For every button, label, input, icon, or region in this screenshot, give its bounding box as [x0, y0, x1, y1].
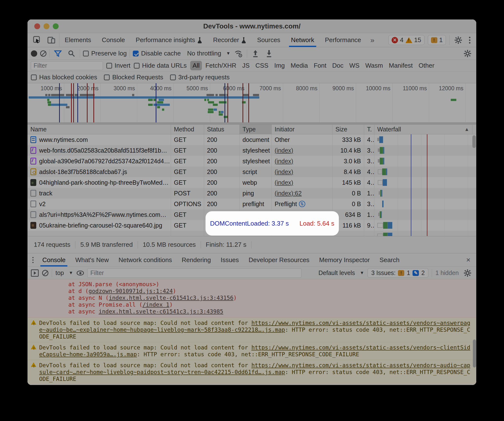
- column-header-size[interactable]: Size: [333, 125, 364, 134]
- network-conditions-icon[interactable]: [233, 48, 244, 59]
- tab-elements[interactable]: Elements: [59, 33, 96, 47]
- table-row[interactable]: 04highland-park-shooting-hp-threeByTwoMe…: [27, 177, 476, 188]
- type-filter-media[interactable]: Media: [288, 61, 310, 70]
- tab-console[interactable]: Console: [96, 33, 130, 47]
- device-toolbar-icon[interactable]: [46, 35, 57, 46]
- table-row[interactable]: web-fonts.d05a02583ca20b8afd5115f3ef8f1b…: [27, 145, 476, 156]
- type-filter-ws[interactable]: WS: [347, 61, 362, 70]
- drawer-tab-network-conditions[interactable]: Network conditions: [114, 253, 177, 266]
- record-network-log-button[interactable]: [31, 50, 37, 57]
- issues-counter[interactable]: 3 Issues: ! 1 ✎ 2: [368, 268, 428, 278]
- more-options-kebab-icon[interactable]: [467, 37, 472, 44]
- drawer-tab-rendering[interactable]: Rendering: [177, 253, 216, 266]
- type-filter-manifest[interactable]: Manifest: [387, 61, 415, 70]
- drawer-tab-developer-resources[interactable]: Developer Resources: [244, 253, 314, 266]
- disable-cache-toggle[interactable]: Disable cache: [133, 50, 181, 57]
- type-filter-css[interactable]: CSS: [253, 61, 271, 70]
- disable-cache-checkbox[interactable]: [133, 51, 139, 56]
- type-filter-js[interactable]: JS: [240, 61, 252, 70]
- type-filter-font[interactable]: Font: [311, 61, 329, 70]
- drawer-tab-memory-inspector[interactable]: Memory Inspector: [314, 253, 375, 266]
- initiator-link[interactable]: (index): [275, 168, 293, 175]
- column-header-method[interactable]: Method: [171, 125, 204, 134]
- column-header-type[interactable]: Type: [240, 125, 272, 134]
- source-location-link[interactable]: index.html.svelte-c61541c3.js:3:43985: [99, 308, 223, 315]
- close-drawer-icon[interactable]: ×: [460, 253, 476, 266]
- drawer-tab-what-s-new[interactable]: What's New: [70, 253, 114, 266]
- initiator-link[interactable]: (index): [275, 179, 293, 186]
- initiator-link[interactable]: (index):62: [275, 190, 302, 197]
- import-har-icon[interactable]: [250, 48, 261, 59]
- table-row[interactable]: global-a390e9d7a067927dd253742a2f0124d4……: [27, 156, 476, 166]
- table-scrollbar-thumb[interactable]: [472, 135, 476, 148]
- tab-sources[interactable]: Sources: [252, 33, 286, 47]
- hide-data-urls-toggle[interactable]: Hide data URLs: [134, 62, 187, 69]
- preserve-log-checkbox[interactable]: [83, 51, 89, 56]
- tab-network[interactable]: Network: [286, 33, 319, 47]
- type-filter-wasm[interactable]: Wasm: [363, 61, 386, 70]
- console-filter-input[interactable]: [87, 268, 301, 278]
- create-live-expression-icon[interactable]: [77, 271, 84, 275]
- source-location-link[interactable]: godzown-9010971d.js:1:424: [89, 288, 173, 294]
- summary-stat: Finish: 11.27 s: [201, 241, 251, 248]
- close-window-button[interactable]: [34, 23, 40, 29]
- more-tabs-button[interactable]: »: [367, 33, 378, 47]
- network-filter-input[interactable]: [31, 61, 103, 70]
- console-settings-gear-icon[interactable]: [462, 268, 473, 278]
- source-location-link[interactable]: /index 1: [143, 302, 170, 308]
- tab-recorder[interactable]: Recorder: [208, 33, 252, 47]
- clear-network-log-icon[interactable]: [40, 50, 46, 57]
- filter-has-blocked-cookies[interactable]: Has blocked cookies: [31, 73, 97, 81]
- table-row[interactable]: www.nytimes.comGET200documentOther333 kB…: [27, 134, 476, 145]
- tab-performance-insights[interactable]: Performance insights: [130, 33, 208, 47]
- network-settings-gear-icon[interactable]: [462, 48, 473, 59]
- type-filter-doc[interactable]: Doc: [330, 61, 346, 70]
- search-icon[interactable]: [66, 48, 77, 59]
- invert-checkbox[interactable]: [106, 63, 112, 69]
- type-filter-img[interactable]: Img: [272, 61, 287, 70]
- type-filter-other[interactable]: Other: [416, 61, 437, 70]
- zoom-window-button[interactable]: [53, 23, 59, 29]
- type-filter-fetch-xhr[interactable]: Fetch/XHR: [203, 61, 239, 70]
- throttling-dropdown[interactable]: No throttling ▼: [187, 50, 230, 57]
- console-errors-warnings-badge[interactable]: ✕ 4 15: [388, 35, 424, 45]
- initiator-link[interactable]: (index): [275, 147, 293, 154]
- source-location-link[interactable]: index.html.svelte-c61541c3.js:3:43156: [109, 295, 233, 301]
- tab-performance[interactable]: Performance: [320, 33, 367, 47]
- type-filter-all[interactable]: All: [190, 61, 202, 70]
- column-header-status[interactable]: Status: [204, 125, 240, 134]
- column-header-name[interactable]: Name: [27, 125, 171, 134]
- preflight-request-icon[interactable]: ⇅: [299, 201, 305, 207]
- filter-funnel-icon[interactable]: [53, 48, 63, 59]
- table-row[interactable]: trackPOST200ping(index):620 B1…: [27, 188, 476, 199]
- timeline-gridline: [465, 83, 466, 122]
- network-overview-timeline[interactable]: 1000 ms2000 ms3000 ms4000 ms5000 ms6000 …: [27, 83, 476, 125]
- preserve-log-toggle[interactable]: Preserve log: [83, 50, 127, 57]
- drawer-tab-search[interactable]: Search: [375, 253, 404, 266]
- drawer-tab-issues[interactable]: Issues: [216, 253, 244, 266]
- settings-gear-icon[interactable]: [453, 35, 464, 46]
- minimize-window-button[interactable]: [44, 23, 49, 29]
- filter-blocked-requests[interactable]: Blocked Requests: [104, 73, 163, 81]
- log-levels-dropdown[interactable]: Default levels ▼: [318, 269, 364, 276]
- timeline-tick-label: 2000 ms: [77, 85, 100, 92]
- export-har-icon[interactable]: [264, 48, 274, 59]
- column-header-waterfall[interactable]: Waterfall▲: [374, 125, 472, 134]
- hide-data-urls-checkbox[interactable]: [134, 63, 140, 69]
- column-header-initiator[interactable]: Initiator: [272, 125, 333, 134]
- column-header-t[interactable]: T.: [364, 125, 374, 134]
- javascript-context-dropdown[interactable]: top ▼: [55, 269, 73, 276]
- invert-toggle[interactable]: Invert: [106, 62, 130, 69]
- drawer-tab-console[interactable]: Console: [37, 253, 70, 266]
- issues-badge[interactable]: ! 1: [428, 35, 446, 45]
- console-prompt[interactable]: >: [27, 384, 476, 385]
- console-sidebar-icon[interactable]: [31, 269, 39, 277]
- inspect-element-icon[interactable]: [32, 35, 43, 46]
- initiator-link[interactable]: (index): [275, 158, 293, 165]
- console-scrollbar-thumb[interactable]: [473, 339, 476, 367]
- table-row[interactable]: adslot-18e3f7b58188cafcba67.jsGET200scri…: [27, 166, 476, 177]
- table-row[interactable]: v2OPTIONS200preflightPreflight⇅0 B3…: [27, 199, 476, 209]
- filter-3rd-party-requests[interactable]: 3rd-party requests: [170, 73, 230, 81]
- drawer-menu-kebab-icon[interactable]: [27, 253, 37, 266]
- clear-console-icon[interactable]: [42, 270, 48, 276]
